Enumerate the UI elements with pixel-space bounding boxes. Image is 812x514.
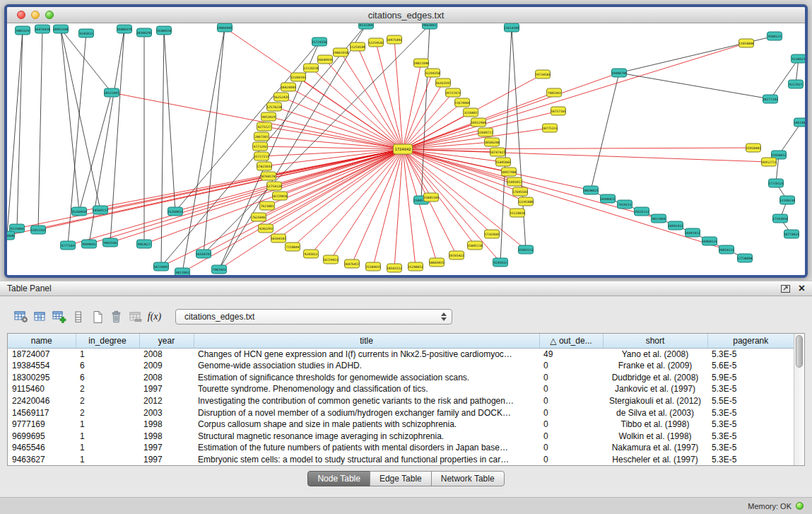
network-node[interactable]: 16263597 xyxy=(435,78,451,87)
network-node[interactable]: 9663041 xyxy=(423,23,437,29)
network-node[interactable]: 9777169 xyxy=(61,241,76,250)
network-node[interactable]: 8131304 xyxy=(359,23,374,29)
network-node[interactable]: 9811903 xyxy=(175,268,190,275)
close-panel-icon[interactable]: × xyxy=(799,284,805,293)
list-icon[interactable] xyxy=(69,308,88,325)
network-node[interactable]: 9245013 xyxy=(79,29,94,37)
network-node[interactable]: 16640910 xyxy=(317,55,333,64)
network-node[interactable]: 2867301 xyxy=(254,132,269,141)
table-row[interactable]: 1872400712008Changes of HCN gene express… xyxy=(8,348,794,360)
network-node[interactable]: 17738094 xyxy=(737,254,753,262)
network-node[interactable]: 7919213 xyxy=(618,200,632,209)
network-node[interactable]: 19448794 xyxy=(611,69,627,77)
network-node[interactable]: 12578228 xyxy=(266,103,282,111)
network-node[interactable]: 16504707 xyxy=(196,250,211,258)
table-row[interactable]: 946554611997Estimation of the future num… xyxy=(8,442,794,454)
network-node[interactable]: 20737471 xyxy=(445,88,461,97)
network-node[interactable]: 7621881 xyxy=(260,201,275,210)
import-table-icon[interactable] xyxy=(126,308,145,325)
network-node[interactable]: 16041412 xyxy=(685,228,700,237)
network-node[interactable]: 11254549 xyxy=(350,42,365,51)
table-selector-dropdown[interactable]: citations_edges.txt xyxy=(175,309,452,325)
network-node[interactable]: 19734583 xyxy=(535,70,551,78)
network-node[interactable]: 10774021 xyxy=(784,230,799,238)
network-node[interactable]: 7981903 xyxy=(212,265,227,274)
network-node[interactable]: 7485303 xyxy=(547,88,562,97)
network-node[interactable]: 9245012 xyxy=(304,250,319,258)
close-window-button[interactable] xyxy=(17,11,25,19)
network-node[interactable]: 18092412 xyxy=(668,221,683,230)
network-node[interactable]: 8760178 xyxy=(261,172,276,180)
network-node[interactable]: 18424043 xyxy=(281,83,296,91)
table-row[interactable]: 2242004622012Investigating the contribut… xyxy=(8,395,794,407)
column-header-short[interactable]: short xyxy=(603,334,707,348)
network-node[interactable]: 10480370 xyxy=(117,25,132,33)
column-header-out-de-[interactable]: △ out_de... xyxy=(539,334,603,348)
minimize-window-button[interactable] xyxy=(31,11,40,19)
network-node[interactable]: 25635112 xyxy=(634,207,649,216)
network-node[interactable]: 10747427 xyxy=(490,148,505,156)
network-node[interactable]: 9136021 xyxy=(792,54,806,63)
network-node[interactable]: 18757165 xyxy=(551,107,566,115)
network-node[interactable]: 18277243 xyxy=(763,95,778,103)
network-node[interactable]: 22260103 xyxy=(290,73,306,81)
network-node[interactable]: 15184015 xyxy=(365,262,381,271)
function-icon[interactable]: f(x) xyxy=(145,308,164,325)
network-node[interactable]: 20531007 xyxy=(104,88,119,97)
network-node[interactable]: 3216401 xyxy=(464,108,478,117)
table-columns-icon[interactable] xyxy=(30,308,49,325)
network-node[interactable]: 18541512 xyxy=(387,264,402,272)
network-node[interactable]: 17695501 xyxy=(512,187,528,196)
network-node[interactable]: 15495065 xyxy=(495,158,511,166)
network-node[interactable]: 9465546 xyxy=(103,238,118,247)
network-node[interactable]: 21614300 xyxy=(504,23,519,32)
network-node[interactable]: 15248812 xyxy=(408,262,423,271)
table-row[interactable]: 1830029562008Estimation of significance … xyxy=(8,372,794,384)
table-settings-icon[interactable] xyxy=(11,308,30,325)
network-node[interactable]: 10975493 xyxy=(387,35,402,44)
network-node[interactable]: 7625446 xyxy=(252,213,266,221)
network-node[interactable]: 1724042 xyxy=(394,144,413,154)
network-node[interactable]: 22420046 xyxy=(7,231,15,240)
network-node[interactable]: 18566208 xyxy=(484,138,500,146)
network-node[interactable]: 12100234 xyxy=(779,196,795,204)
network-node[interactable]: 19384554 xyxy=(156,26,172,35)
network-node[interactable]: 12120218 xyxy=(303,64,319,72)
network-node[interactable]: 12254542 xyxy=(368,38,384,47)
network-node[interactable]: 19811098 xyxy=(413,59,429,67)
network-node[interactable]: 16504187 xyxy=(271,234,286,243)
network-node[interactable]: 15724356 xyxy=(312,37,327,46)
network-node[interactable]: 18300295 xyxy=(136,28,152,37)
network-node[interactable]: 9481329 xyxy=(16,26,30,35)
network-node[interactable]: 18775313 xyxy=(542,124,558,132)
network-node[interactable]: 19861018 xyxy=(333,48,348,57)
network-node[interactable]: 18698021 xyxy=(583,186,599,194)
table-scrollbar[interactable] xyxy=(794,334,804,465)
zoom-window-button[interactable] xyxy=(45,11,54,19)
network-node[interactable]: 14614042 xyxy=(794,118,805,127)
network-node[interactable]: 19060905 xyxy=(217,23,233,32)
network-node[interactable]: 16476417 xyxy=(344,259,360,268)
float-panel-icon[interactable] xyxy=(781,285,790,293)
network-node[interactable]: 9771293 xyxy=(253,142,268,151)
tab-edge-table[interactable]: Edge Table xyxy=(370,471,432,486)
column-header-name[interactable]: name xyxy=(8,334,76,348)
network-node[interactable]: 18724007 xyxy=(153,262,169,271)
network-canvas[interactable]: 9481329164764182095310092450131048037018… xyxy=(7,23,805,275)
network-node[interactable]: 9053929 xyxy=(261,112,276,121)
table-row[interactable]: 1938455462009Genome-wide association stu… xyxy=(8,360,794,372)
network-node[interactable]: 17823033 xyxy=(257,162,272,170)
network-node[interactable]: 9463627 xyxy=(137,240,152,248)
network-node[interactable]: 15845118 xyxy=(467,241,483,250)
network-node[interactable]: 9811904 xyxy=(652,214,666,223)
network-node[interactable]: 15958481 xyxy=(746,144,761,152)
network-node[interactable]: 20953100 xyxy=(53,25,69,33)
network-node[interactable]: 14569117 xyxy=(93,206,108,214)
new-document-icon[interactable] xyxy=(88,308,107,325)
network-node[interactable]: 15493112 xyxy=(518,245,534,254)
column-header-in-degree[interactable]: in_degree xyxy=(76,334,139,348)
network-node[interactable]: 16252435 xyxy=(273,93,289,101)
add-table-icon[interactable] xyxy=(49,308,69,325)
network-node[interactable]: 11674064 xyxy=(454,98,470,107)
table-row[interactable]: 977716911998Corpus callosum shape and si… xyxy=(8,419,794,431)
